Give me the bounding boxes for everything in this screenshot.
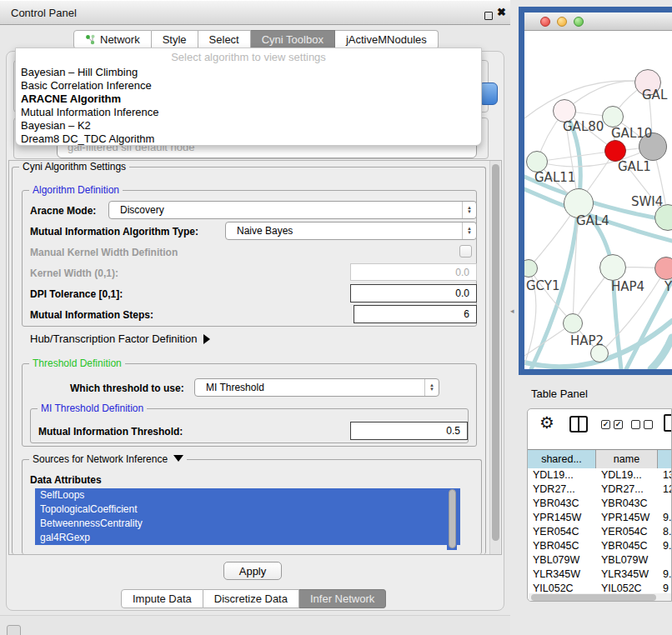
expanded-arrow-icon	[173, 455, 183, 462]
kernel-width-label: Kernel Width (0,1):	[30, 268, 118, 279]
table-row[interactable]: YBR045CYBR045C9.	[528, 539, 672, 553]
node-label: GCY1	[526, 278, 560, 293]
data-attributes-label: Data Attributes	[30, 474, 102, 486]
table-row[interactable]: YPR145WYPR145W9.	[528, 511, 672, 525]
splitpane-collapse-icon[interactable]: ◂	[510, 307, 514, 315]
bottom-strip	[0, 615, 510, 635]
node-label: HAP2	[570, 333, 604, 348]
table-horizontal-scrollbar[interactable]	[529, 593, 672, 602]
mi-type-combobox[interactable]: Naive Bayes ▲▼	[225, 222, 477, 240]
table-row[interactable]: YER054CYER054C8.	[528, 525, 672, 539]
data-attributes-list[interactable]: SelfLoops TopologicalCoefficient Between…	[35, 488, 460, 550]
table-header: shared... name	[528, 449, 672, 468]
dpi-tolerance-label: DPI Tolerance [0,1]:	[30, 288, 123, 300]
unchecked-checkbox-icon[interactable]	[631, 420, 640, 429]
close-traffic-light-icon[interactable]	[540, 17, 550, 27]
tab-jactivemnodules[interactable]: jActiveMNodules	[335, 30, 439, 49]
aracne-mode-label: Aracne Mode:	[30, 205, 96, 217]
cyni-algorithm-settings-legend: Cyni Algorithm Settings	[19, 161, 129, 172]
algorithm-option-aracne[interactable]: ARACNE Algorithm	[21, 92, 121, 105]
zoom-traffic-light-icon[interactable]	[574, 17, 584, 27]
list-item[interactable]: gal4RGexp	[35, 531, 460, 545]
network-canvas[interactable]: GAL GAL80 GAL10 GAL1 GAL11 GAL4 SWI4 GCY…	[524, 31, 672, 369]
minimized-panel-icon[interactable]	[7, 625, 21, 635]
table-panel: ⚙ ✓ ✓ shared... name YDL19...YDL19...13 …	[527, 408, 672, 602]
which-threshold-combobox[interactable]: MI Threshold ▲▼	[194, 378, 439, 397]
algorithm-option-bayesian-hill[interactable]: Bayesian – Hill Climbing	[21, 66, 138, 78]
float-window-icon[interactable]	[484, 12, 493, 20]
tab-network[interactable]: Network	[73, 30, 152, 49]
dpi-tolerance-input[interactable]: 0.0	[350, 284, 477, 302]
node-label: GAL80	[563, 119, 604, 134]
gear-icon[interactable]: ⚙	[539, 412, 554, 432]
algorithm-option-basic-correlation[interactable]: Basic Correlation Inference	[21, 79, 152, 92]
node-hap4[interactable]	[599, 254, 626, 281]
data-attributes-scrollbar[interactable]	[447, 488, 457, 550]
control-panel-titlebar: Control Panel ✖	[0, 0, 510, 25]
manual-kernel-checkbox[interactable]	[459, 245, 472, 258]
node-hap2[interactable]	[563, 313, 583, 333]
node-label: GAL11	[534, 170, 575, 185]
stepper-icon[interactable]: ▲▼	[462, 222, 476, 239]
collapsed-arrow-icon	[203, 334, 210, 344]
network-icon	[85, 34, 96, 45]
node-label: HAP4	[611, 279, 644, 294]
table-row[interactable]: YBL079WYBL079W	[528, 553, 672, 568]
network-view-window: GAL GAL80 GAL10 GAL1 GAL11 GAL4 SWI4 GCY…	[519, 7, 672, 375]
list-item[interactable]: SelfLoops	[35, 488, 460, 502]
tab-infer-network[interactable]: Infer Network	[299, 589, 386, 608]
mi-steps-input[interactable]: 6	[354, 305, 477, 323]
mutual-info-threshold-input[interactable]: 0.5	[350, 422, 468, 440]
which-threshold-label: Which threshold to use:	[70, 382, 184, 394]
table-row[interactable]: YIL052CYIL052C9	[528, 582, 672, 593]
tab-style[interactable]: Style	[152, 30, 198, 49]
sources-legend[interactable]: Sources for Network Inference	[29, 453, 187, 465]
columns-icon[interactable]	[569, 416, 588, 432]
aracne-mode-combobox[interactable]: Discovery ▲▼	[108, 201, 477, 219]
tab-select[interactable]: Select	[198, 30, 251, 49]
algorithm-prompt: Select algorithm to view settings	[16, 51, 481, 63]
tab-impute-data[interactable]: Impute Data	[121, 589, 203, 608]
stepper-icon[interactable]: ▲▼	[462, 202, 476, 218]
node-y-pink[interactable]	[654, 257, 672, 280]
node-label: GAL1	[618, 159, 651, 174]
settings-scrollbar[interactable]	[489, 161, 500, 554]
desktop: Control Panel ✖ Network Style Select Cyn…	[0, 0, 672, 635]
unchecked-checkbox-icon[interactable]	[644, 420, 653, 429]
minimize-traffic-light-icon[interactable]	[557, 17, 567, 27]
bottom-tabbar: Impute Data Discretize Data Infer Networ…	[121, 589, 386, 608]
document-icon[interactable]	[664, 414, 672, 432]
table-row[interactable]: YDL19...YDL19...13	[528, 468, 672, 482]
tab-discretize-data[interactable]: Discretize Data	[203, 589, 299, 608]
algorithm-definition-legend: Algorithm Definition	[29, 184, 123, 196]
list-item[interactable]: BetweennessCentrality	[35, 517, 460, 531]
control-panel-tabbar: Network Style Select Cyni Toolbox jActiv…	[73, 30, 439, 49]
checked-checkbox-icon[interactable]: ✓	[614, 420, 623, 429]
tab-cyni-toolbox[interactable]: Cyni Toolbox	[251, 30, 335, 49]
algorithm-option-dream8[interactable]: Dream8 DC_TDC Algorithm	[21, 132, 154, 145]
apply-button[interactable]: Apply	[223, 562, 282, 580]
hub-definition-toggle[interactable]: Hub/Transcription Factor Definition	[30, 332, 210, 345]
manual-kernel-label: Manual Kernel Width Definition	[30, 247, 178, 258]
table-row[interactable]: YLR345WYLR345W9.	[528, 568, 672, 582]
kernel-width-input[interactable]: 0.0	[350, 263, 477, 281]
node-label: GAL	[642, 88, 667, 102]
list-item[interactable]: TopologicalCoefficient	[35, 502, 460, 517]
column-header-name[interactable]: name	[596, 450, 658, 468]
mutual-info-threshold-label: Mutual Information Threshold:	[38, 426, 183, 438]
node-label: Y	[664, 279, 672, 294]
table-row[interactable]: YBR043CYBR043C	[528, 497, 672, 511]
node-label: GAL10	[611, 126, 652, 141]
column-header-shared-name[interactable]: shared...	[528, 450, 596, 468]
network-window-titlebar[interactable]	[524, 12, 672, 31]
algorithm-option-bayesian-k2[interactable]: Bayesian – K2	[21, 119, 91, 132]
stepper-icon[interactable]: ▲▼	[424, 379, 439, 396]
node-gal10[interactable]	[602, 106, 624, 128]
table-panel-title: Table Panel	[531, 388, 588, 400]
algorithm-option-mutual-information[interactable]: Mutual Information Inference	[21, 106, 158, 118]
table-row[interactable]: YDR27...YDR27...12	[528, 482, 672, 497]
column-header-cut[interactable]	[658, 450, 672, 468]
algorithm-dropdown-popup: Select algorithm to view settings Bayesi…	[15, 48, 482, 146]
checked-checkbox-icon[interactable]: ✓	[601, 420, 610, 429]
close-window-icon[interactable]: ✖	[497, 6, 506, 18]
